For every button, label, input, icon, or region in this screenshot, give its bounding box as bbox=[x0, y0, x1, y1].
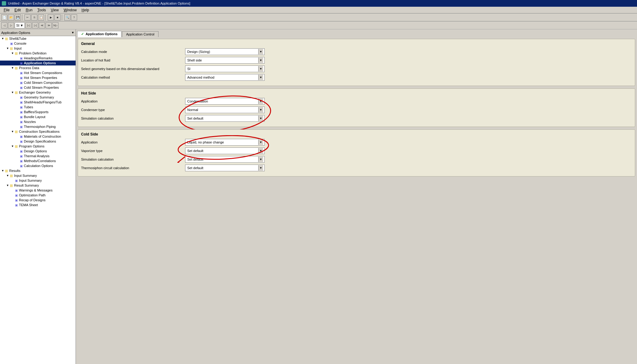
page-icon-geometry-summary: ▣ bbox=[20, 96, 23, 99]
menu-file[interactable]: File bbox=[1, 7, 12, 13]
tree-node-baffles-supports[interactable]: ▣Baffles/Supports bbox=[0, 110, 76, 114]
menu-run[interactable]: Run bbox=[23, 7, 35, 13]
calculation-method-dropdown[interactable]: Advanced method ▼ bbox=[185, 74, 265, 81]
tb2-btn1[interactable]: ◁ bbox=[1, 22, 7, 28]
hot-application-dropdown[interactable]: Condensation ▼ bbox=[185, 98, 265, 105]
unit-system-dropdown[interactable]: SI ▼ bbox=[15, 22, 25, 28]
tree-node-design-options[interactable]: ▣Design Options bbox=[0, 149, 76, 154]
geometry-standard-control: SI ▼ bbox=[185, 65, 265, 72]
tree-node-calculation-options[interactable]: ▣Calculation Options bbox=[0, 163, 76, 168]
stop-btn[interactable]: ■ bbox=[54, 14, 61, 20]
tree-dropdown-arrow[interactable]: ▼ bbox=[71, 31, 74, 34]
tree-node-cold-stream-properties[interactable]: ▣Cold Stream Properties bbox=[0, 85, 76, 90]
expand-icon-exchanger-geometry[interactable]: ▼ bbox=[11, 91, 14, 94]
help-btn[interactable]: ? bbox=[71, 14, 77, 20]
expand-icon-construction-specifications[interactable]: ▼ bbox=[11, 130, 14, 133]
menu-help[interactable]: Help bbox=[79, 7, 92, 13]
condenser-type-dropdown[interactable]: Normal ▼ bbox=[185, 106, 265, 113]
tree-node-design-specifications[interactable]: ▣Design Specifications bbox=[0, 139, 76, 144]
expand-icon-program-options[interactable]: ▼ bbox=[11, 145, 14, 148]
right-panel: ✓ Application Options Application Contro… bbox=[76, 29, 637, 364]
tree-node-bundle-layout[interactable]: ▣Bundle Layout bbox=[0, 114, 76, 119]
cold-simulation-dropdown[interactable]: Set default ▼ bbox=[185, 156, 265, 163]
tree-node-input-summary-folder[interactable]: ▼▦Input Summary bbox=[0, 173, 76, 178]
tree-node-input[interactable]: ▼▦Input bbox=[0, 46, 76, 51]
tree-node-headings-remarks[interactable]: ▣Headings/Remarks bbox=[0, 56, 76, 61]
tree-node-nozzles[interactable]: ▣Nozzles bbox=[0, 119, 76, 124]
tree-node-hot-stream-properties[interactable]: ▣Hot Stream Properties bbox=[0, 75, 76, 80]
run-btn[interactable]: ▶ bbox=[48, 14, 54, 20]
tree-node-shell-tube[interactable]: ▼▦Shell&Tube bbox=[0, 36, 76, 41]
tree-node-result-summary[interactable]: ▼▦Result Summary bbox=[0, 183, 76, 188]
tree-node-tubes[interactable]: ▣Tubes bbox=[0, 105, 76, 110]
open-btn[interactable]: 📂 bbox=[8, 14, 14, 20]
tb2-btn4[interactable]: ▷| bbox=[32, 22, 38, 28]
tree-node-results[interactable]: ▼▦Results bbox=[0, 168, 76, 173]
zoom-in-btn[interactable]: 🔍 bbox=[64, 14, 70, 20]
paste-btn[interactable]: 📋 bbox=[38, 14, 44, 20]
tree-node-optimization-path[interactable]: ▣Optimization Path bbox=[0, 193, 76, 198]
tree-node-problem-definition[interactable]: ▼▦Problem Definition bbox=[0, 51, 76, 56]
expand-icon-input[interactable]: ▼ bbox=[6, 47, 9, 50]
tree-node-application-options[interactable]: ▣Application Options bbox=[0, 61, 76, 65]
tree-node-input-summary[interactable]: ▣Input Summary bbox=[0, 178, 76, 183]
tree-node-thermosiphon-piping[interactable]: ▣Thermosiphon Piping bbox=[0, 124, 76, 129]
vaporizer-type-dropdown[interactable]: Set default ▼ bbox=[185, 147, 265, 154]
tree-node-geometry-summary[interactable]: ▣Geometry Summary bbox=[0, 95, 76, 100]
tree-node-materials-of-construction[interactable]: ▣Materials of Construction bbox=[0, 134, 76, 139]
tb2-btn6[interactable]: ≫ bbox=[46, 22, 52, 28]
tree-node-recap-of-designs[interactable]: ▣Recap of Designs bbox=[0, 198, 76, 202]
tb2-btn3[interactable]: |◁ bbox=[25, 22, 32, 28]
tab-application-control[interactable]: Application Control bbox=[122, 31, 158, 37]
tree-node-cold-stream-composition[interactable]: ▣Cold Stream Composition bbox=[0, 80, 76, 85]
tree-node-hot-stream-compositions[interactable]: ▣Hot Stream Compositions bbox=[0, 70, 76, 75]
tree-node-thermal-analysis[interactable]: ▣Thermal Analysis bbox=[0, 154, 76, 158]
cold-side-section-title: Cold Side bbox=[81, 132, 632, 136]
tree-node-program-options[interactable]: ▼▦Program Options bbox=[0, 144, 76, 149]
menu-window[interactable]: Window bbox=[61, 7, 79, 13]
calculation-method-value: Advanced method bbox=[187, 76, 258, 79]
menu-view[interactable]: View bbox=[48, 7, 61, 13]
tree-node-exchanger-geometry[interactable]: ▼▦Exchanger Geometry bbox=[0, 90, 76, 95]
tb2-btn5[interactable]: ≪ bbox=[39, 22, 45, 28]
menu-edit[interactable]: Edit bbox=[12, 7, 23, 13]
expand-icon-problem-definition[interactable]: ▼ bbox=[11, 52, 14, 55]
tree-label-input-summary-folder: Input Summary bbox=[14, 174, 37, 177]
page-icon-materials-of-construction: ▣ bbox=[20, 135, 23, 138]
hot-simulation-dropdown[interactable]: Set default ▼ bbox=[185, 115, 265, 122]
tree-node-shell-heads-flanges-tub[interactable]: ▣Shell/Heads/Flanges/Tub bbox=[0, 100, 76, 105]
expand-icon-result-summary[interactable]: ▼ bbox=[6, 184, 9, 187]
tree-node-tema-sheet[interactable]: ▣TEMA Sheet bbox=[0, 202, 76, 207]
tab-application-options[interactable]: ✓ Application Options bbox=[77, 31, 121, 37]
general-section-title: General bbox=[81, 42, 632, 46]
tb2-btn7[interactable]: N▷ bbox=[52, 22, 58, 28]
tree-node-warnings-messages[interactable]: ▣Warnings & Messages bbox=[0, 188, 76, 193]
expand-icon-results[interactable]: ▼ bbox=[1, 169, 4, 172]
tree-node-console[interactable]: ▣Console bbox=[0, 41, 76, 46]
toolbar-2: ◁ ▷ SI ▼ |◁ ▷| ≪ ≫ N▷ bbox=[0, 21, 637, 29]
save-btn[interactable]: 💾 bbox=[15, 14, 21, 20]
cut-btn[interactable]: ✂ bbox=[24, 14, 31, 20]
calculation-mode-dropdown[interactable]: Design (Sizing) ▼ bbox=[185, 48, 265, 55]
tree-node-process-data[interactable]: ▼▦Process Data bbox=[0, 65, 76, 70]
menu-tools[interactable]: Tools bbox=[35, 7, 48, 13]
cold-simulation-control: Set default ▼ bbox=[185, 156, 265, 163]
cold-application-dropdown[interactable]: Liquid, no phase change ▼ bbox=[185, 139, 265, 146]
page-icon-headings-remarks: ▣ bbox=[20, 57, 23, 60]
geometry-standard-row: Select geometry based on this dimensiona… bbox=[81, 65, 632, 72]
new-btn[interactable]: 📄 bbox=[1, 14, 7, 20]
tb2-btn2[interactable]: ▷ bbox=[8, 22, 14, 28]
expand-icon-input-summary-folder[interactable]: ▼ bbox=[6, 174, 9, 177]
thermosiphon-control: Set default ▼ bbox=[185, 165, 265, 171]
tree-label-optimization-path: Optimization Path bbox=[19, 193, 46, 197]
location-hot-fluid-dropdown[interactable]: Shell side ▼ bbox=[185, 57, 265, 64]
tab-bar: ✓ Application Options Application Contro… bbox=[76, 29, 637, 37]
geometry-standard-dropdown[interactable]: SI ▼ bbox=[185, 65, 265, 72]
tree-node-construction-specifications[interactable]: ▼▦Construction Specifications bbox=[0, 129, 76, 134]
tree-node-methods-correlations[interactable]: ▣Methods/Correlations bbox=[0, 158, 76, 163]
thermosiphon-dropdown[interactable]: Set default ▼ bbox=[185, 165, 265, 171]
expand-icon-process-data[interactable]: ▼ bbox=[11, 66, 14, 69]
expand-icon-shell-tube[interactable]: ▼ bbox=[1, 37, 4, 40]
copy-btn[interactable]: ⎘ bbox=[31, 14, 37, 20]
folder-icon-construction-specifications: ▦ bbox=[15, 130, 18, 134]
